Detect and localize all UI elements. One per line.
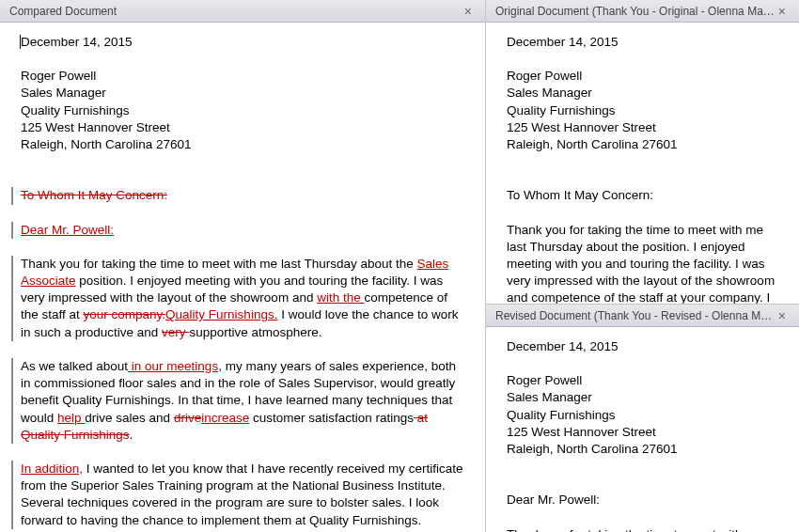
tracked-change-block: Thank you for taking the time to meet wi… (11, 256, 466, 341)
addr-line: Quality Furnishings (507, 407, 782, 424)
original-doc-content[interactable]: December 14, 2015 Roger Powell Sales Man… (486, 23, 799, 304)
tracked-change-block: As we talked about in our meetings, my m… (11, 358, 466, 444)
original-pane-title: Original Document (Thank You - Original … (495, 5, 775, 18)
body-text: I wanted to let you know that I have rec… (21, 462, 463, 527)
body-text: drive sales and (85, 411, 174, 425)
deleted-text: very (162, 325, 189, 339)
addr-line: Roger Powell (507, 372, 782, 389)
body-paragraph: In addition, I wanted to let you know th… (21, 461, 466, 529)
addr-line: Raleigh, North Carolina 27601 (21, 136, 466, 153)
revised-pane-header: Revised Document (Thank You - Revised - … (486, 305, 799, 327)
body-paragraph: Thank you for taking the time to meet wi… (21, 256, 466, 341)
body-text: Thank you for taking the time to meet wi… (21, 257, 416, 271)
body-text: customer satisfaction ratings (249, 411, 414, 425)
original-document-pane: Original Document (Thank You - Original … (486, 0, 799, 305)
body-paragraph: As we talked about in our meetings, my m… (21, 358, 466, 444)
inserted-text: in our meetings (128, 359, 218, 373)
date-text: December 14, 2015 (21, 35, 133, 49)
addr-line: Raleigh, North Carolina 27601 (507, 136, 782, 153)
revised-doc-content[interactable]: December 14, 2015 Roger Powell Sales Man… (486, 327, 799, 532)
tracked-change-block: In addition, I wanted to let you know th… (11, 461, 466, 529)
inserted-text: increase (201, 411, 249, 425)
date-line: December 14, 2015 (507, 34, 782, 51)
inserted-text: In addition, (21, 462, 83, 476)
addr-line: Sales Manager (507, 85, 782, 102)
inserted-text: Quality Furnishings. (165, 307, 277, 321)
inserted-text: with the (317, 290, 364, 305)
deleted-text: To Whom It May Concern: (21, 188, 167, 202)
body-text: . (130, 428, 133, 442)
revised-document-pane: Revised Document (Thank You - Revised - … (486, 305, 799, 532)
compared-document-pane: Compared Document × December 14, 2015 Ro… (0, 0, 486, 532)
body-paragraph: Thank you for taking the time to meet wi… (507, 222, 782, 304)
right-side-panes: Original Document (Thank You - Original … (486, 0, 799, 532)
body-text: supportive atmosphere. (189, 325, 321, 339)
greeting-line: To Whom It May Concern: (507, 187, 782, 204)
date-line: December 14, 2015 (21, 34, 466, 51)
close-icon[interactable]: × (775, 308, 790, 323)
deleted-text: drive (174, 411, 201, 425)
addr-line: Sales Manager (21, 85, 466, 102)
inserted-text: Dear Mr. Powell: (21, 223, 114, 237)
addr-line: Roger Powell (507, 68, 782, 85)
close-icon[interactable]: × (775, 4, 790, 19)
compared-pane-title: Compared Document (9, 5, 117, 18)
body-text: As we talked about (21, 359, 128, 373)
body-paragraph: Thank you for taking the time to meet wi… (507, 526, 782, 532)
addr-line: 125 West Hannover Street (507, 119, 782, 136)
date-line: December 14, 2015 (507, 338, 782, 355)
greeting-line: Dear Mr. Powell: (507, 492, 782, 509)
addr-line: Raleigh, North Carolina 27601 (507, 441, 782, 458)
deleted-text: your company. (84, 307, 166, 321)
compared-pane-header: Compared Document × (0, 0, 485, 23)
addr-line: Quality Furnishings (507, 102, 782, 119)
original-pane-header: Original Document (Thank You - Original … (486, 0, 799, 23)
tracked-change-block: Dear Mr. Powell: (11, 222, 466, 239)
addr-line: Roger Powell (21, 68, 466, 85)
inserted-text: help (57, 411, 85, 425)
addr-line: Sales Manager (507, 389, 782, 406)
close-icon[interactable]: × (461, 4, 476, 19)
addr-line: Quality Furnishings (21, 102, 466, 119)
revised-pane-title: Revised Document (Thank You - Revised - … (495, 309, 775, 322)
compared-doc-content[interactable]: December 14, 2015 Roger Powell Sales Man… (0, 23, 485, 532)
addr-line: 125 West Hannover Street (507, 424, 782, 441)
tracked-change-block: To Whom It May Concern: (11, 187, 466, 204)
addr-line: 125 West Hannover Street (21, 119, 466, 136)
